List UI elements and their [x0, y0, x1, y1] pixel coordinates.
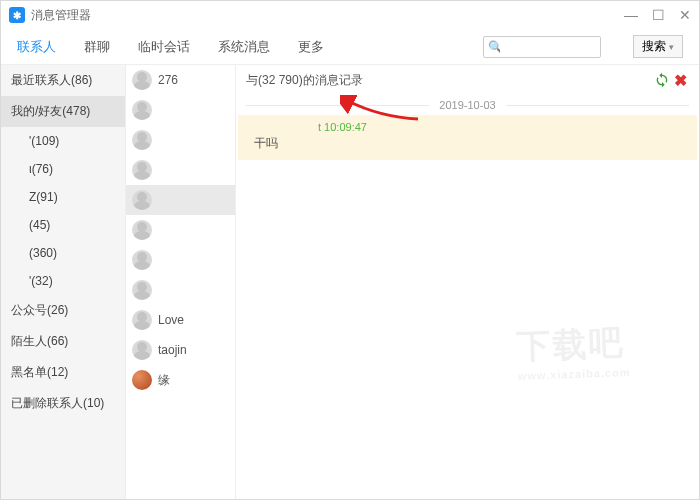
avatar [132, 160, 152, 180]
refresh-button[interactable] [653, 72, 671, 88]
category-item[interactable]: 最近联系人(86) [1, 65, 125, 96]
search-button[interactable]: 搜索▾ [633, 35, 683, 58]
contact-name: taojin [158, 343, 187, 357]
message-bubble: t 10:09:47干吗 [238, 115, 697, 160]
avatar [132, 70, 152, 90]
search-box: 🔍 [483, 36, 601, 58]
contact-item[interactable] [126, 125, 235, 155]
main-body: 最近联系人(86)我的/好友(478)'(109)ι(76)Z(91)(45)(… [1, 65, 699, 499]
app-window: ✱ 消息管理器 — ☐ ✕ 联系人 群聊 临时会话 系统消息 更多 🔍 搜索▾ … [0, 0, 700, 500]
contact-name: 276 [158, 73, 178, 87]
search-button-label: 搜索 [642, 39, 666, 53]
contact-item[interactable] [126, 185, 235, 215]
contact-item[interactable] [126, 215, 235, 245]
titlebar: ✱ 消息管理器 — ☐ ✕ [1, 1, 699, 29]
category-item[interactable]: '(32) [1, 267, 125, 295]
avatar [132, 310, 152, 330]
dropdown-icon: ▾ [669, 42, 674, 52]
contact-item[interactable] [126, 95, 235, 125]
delete-button[interactable]: ✖ [671, 71, 689, 90]
category-item[interactable]: 我的/好友(478) [1, 96, 125, 127]
maximize-button[interactable]: ☐ [652, 7, 665, 23]
minimize-button[interactable]: — [624, 7, 638, 23]
category-item[interactable]: 陌生人(66) [1, 326, 125, 357]
contact-list: 276Lovetaojin缘 [126, 65, 236, 499]
tab-bar: 联系人 群聊 临时会话 系统消息 更多 🔍 搜索▾ [1, 29, 699, 65]
delete-icon: ✖ [674, 71, 687, 90]
search-icon: 🔍 [484, 40, 500, 54]
avatar [132, 220, 152, 240]
app-logo-icon: ✱ [9, 7, 25, 23]
close-button[interactable]: ✕ [679, 7, 691, 23]
contact-item[interactable]: 缘 [126, 365, 235, 395]
avatar [132, 340, 152, 360]
window-title: 消息管理器 [31, 7, 624, 24]
tab-temp-sessions[interactable]: 临时会话 [138, 38, 190, 56]
avatar [132, 130, 152, 150]
category-item[interactable]: 黑名单(12) [1, 357, 125, 388]
category-item[interactable]: (360) [1, 239, 125, 267]
message-text: 干吗 [248, 135, 687, 152]
avatar [132, 250, 152, 270]
date-label: 2019-10-03 [429, 99, 505, 111]
contact-item[interactable]: taojin [126, 335, 235, 365]
category-item[interactable]: 已删除联系人(10) [1, 388, 125, 419]
contact-item[interactable]: 276 [126, 65, 235, 95]
avatar [132, 370, 152, 390]
category-item[interactable]: '(109) [1, 127, 125, 155]
message-meta: t 10:09:47 [248, 121, 687, 133]
category-item[interactable]: 公众号(26) [1, 295, 125, 326]
tab-contacts[interactable]: 联系人 [17, 38, 56, 56]
tab-more[interactable]: 更多 [298, 38, 324, 56]
search-input[interactable] [500, 40, 600, 54]
contact-item[interactable]: Love [126, 305, 235, 335]
window-controls: — ☐ ✕ [624, 7, 691, 23]
avatar [132, 190, 152, 210]
contact-item[interactable] [126, 275, 235, 305]
chat-title: 与(32 790)的消息记录 [246, 72, 653, 89]
avatar [132, 100, 152, 120]
contact-item[interactable] [126, 245, 235, 275]
tab-system-messages[interactable]: 系统消息 [218, 38, 270, 56]
tab-groups[interactable]: 群聊 [84, 38, 110, 56]
category-item[interactable]: (45) [1, 211, 125, 239]
avatar [132, 280, 152, 300]
contact-name: 缘 [158, 372, 170, 389]
category-sidebar: 最近联系人(86)我的/好友(478)'(109)ι(76)Z(91)(45)(… [1, 65, 126, 499]
contact-name: Love [158, 313, 184, 327]
refresh-icon [654, 72, 670, 88]
chat-header: 与(32 790)的消息记录 ✖ [236, 65, 699, 95]
contact-item[interactable] [126, 155, 235, 185]
chat-pane: 与(32 790)的消息记录 ✖ 2019-10-03 t 10:09:47干吗 [236, 65, 699, 499]
date-divider: 2019-10-03 [236, 95, 699, 115]
category-item[interactable]: Z(91) [1, 183, 125, 211]
category-item[interactable]: ι(76) [1, 155, 125, 183]
